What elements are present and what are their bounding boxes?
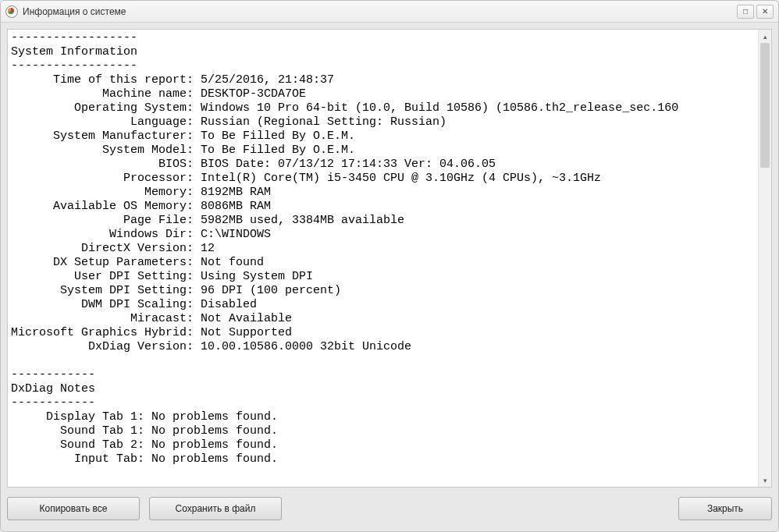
maximize-button[interactable]: □ bbox=[737, 5, 754, 19]
close-button[interactable]: Закрыть bbox=[678, 497, 772, 520]
titlebar: Информация о системе □ ✕ bbox=[1, 1, 778, 23]
save-to-file-button[interactable]: Сохранить в файл bbox=[149, 497, 282, 520]
scroll-down-button[interactable]: ▾ bbox=[759, 473, 771, 487]
copy-all-button[interactable]: Копировать все bbox=[7, 497, 140, 520]
close-window-button[interactable]: ✕ bbox=[756, 5, 774, 19]
app-icon bbox=[5, 5, 18, 18]
scroll-up-button[interactable]: ▴ bbox=[759, 30, 771, 43]
vertical-scrollbar[interactable]: ▴ ▾ bbox=[758, 30, 771, 487]
window-controls: □ ✕ bbox=[735, 5, 774, 19]
content-area: ------------------ System Information --… bbox=[1, 23, 778, 531]
window-title: Информация о системе bbox=[23, 6, 126, 17]
scroll-thumb[interactable] bbox=[760, 43, 770, 168]
system-info-textbox[interactable]: ------------------ System Information --… bbox=[7, 29, 772, 488]
button-row: Копировать все Сохранить в файл Закрыть bbox=[7, 497, 772, 520]
system-info-text: ------------------ System Information --… bbox=[8, 30, 771, 487]
